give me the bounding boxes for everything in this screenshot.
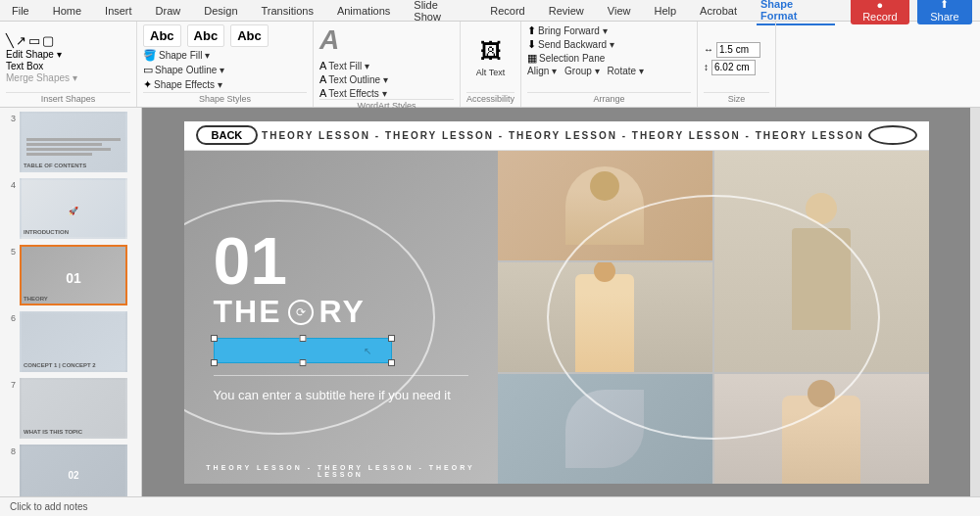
menu-record[interactable]: Record: [486, 3, 528, 19]
text-fill-btn[interactable]: Text Fill ▾: [328, 61, 369, 71]
text-fill-row: A Text Fill ▾: [319, 60, 369, 71]
shape-row-3: Text Box: [6, 61, 77, 71]
wordart-items: A A Text Fill ▾ A Text Outline ▾ A Text …: [319, 24, 454, 99]
slide-main-content: 01 THE ⟳ RY: [184, 151, 929, 484]
line-icon[interactable]: ╲: [6, 33, 14, 48]
slide-thumb-5[interactable]: 5 THEORY 01: [4, 245, 137, 305]
abc-btn-2[interactable]: Abc: [187, 24, 225, 47]
slide-thumb-6[interactable]: 6 CONCEPT 1 | CONCEPT 2: [4, 311, 137, 372]
size-inputs: ↔ 1.5 cm ↕ 6.02 cm: [704, 42, 760, 75]
body-2: [792, 228, 851, 330]
width-input[interactable]: 1.5 cm: [716, 42, 760, 58]
menu-help[interactable]: Help: [650, 3, 680, 19]
menu-view[interactable]: View: [604, 3, 635, 19]
menu-home[interactable]: Home: [49, 3, 85, 19]
height-input[interactable]: 6.02 cm: [711, 60, 756, 75]
shape-styles-group: Abc Abc Abc 🪣 Shape Fill ▾ ▭ Shape Outli…: [137, 22, 314, 107]
rect-icon[interactable]: ▭: [28, 33, 40, 48]
slide-number-3: 3: [4, 114, 16, 123]
bring-forward-icon: ⬆: [527, 24, 536, 37]
shape-styles-label: Shape Styles: [143, 92, 307, 104]
menu-animations[interactable]: Animations: [333, 3, 394, 19]
insert-shapes-group: ╲ ↗ ▭ ▢ Edit Shape ▾ Text Box Merge Shap…: [0, 22, 137, 107]
menu-file[interactable]: File: [8, 3, 33, 19]
status-text: Click to add notes: [10, 501, 88, 512]
toc-line-4: [26, 153, 92, 156]
shape-fill-btn[interactable]: Shape Fill ▾: [159, 50, 210, 61]
shape-row-2: Edit Shape ▾: [6, 49, 77, 60]
theory-mini-num: 01: [66, 270, 81, 286]
alt-text-btn[interactable]: Alt Text: [476, 68, 505, 77]
person-silhouette-2: [772, 193, 870, 330]
text-effects-icon: A: [319, 87, 326, 99]
send-backward-icon: ⬇: [527, 38, 536, 51]
toc-line-1: [26, 138, 120, 141]
slide-label-8: FEATURES OF THIS TOPIC: [24, 495, 99, 496]
slide-number-6: 6: [4, 313, 16, 323]
head-1: [590, 171, 619, 201]
slide-panel: 3 TABLE OF CONTENTS 4 INTRODUCTION: [0, 108, 142, 496]
arrange-label: Arrange: [527, 92, 691, 104]
arrow-icon[interactable]: ↗: [16, 33, 26, 48]
blue-bar[interactable]: ↖: [214, 338, 392, 363]
theory-title-row: THE ⟳ RY: [214, 294, 366, 330]
size-label: Size: [704, 92, 769, 104]
shape-effects-btn[interactable]: Shape Effects ▾: [154, 79, 222, 90]
oval-decoration: [868, 125, 917, 145]
slide-placeholder-7: WHAT IS THIS TOPIC: [22, 380, 125, 437]
bottom-ticker: THEORY LESSON - THEORY LESSON - THEORY L…: [184, 464, 498, 478]
slide-thumb-4[interactable]: 4 INTRODUCTION 🚀: [4, 178, 137, 239]
slide-number-5: 5: [4, 247, 16, 257]
wordart-styles-group: A A Text Fill ▾ A Text Outline ▾ A Text …: [314, 22, 461, 107]
blue-bar-container: ↖: [214, 338, 392, 363]
back-button[interactable]: BACK: [196, 125, 259, 145]
slide-label-7: WHAT IS THIS TOPIC: [24, 429, 82, 435]
abc-btn-3[interactable]: Abc: [230, 24, 269, 47]
accessibility-label: Accessibility: [466, 92, 514, 104]
shape-styles-items: Abc Abc Abc 🪣 Shape Fill ▾ ▭ Shape Outli…: [143, 24, 307, 92]
person-silhouette-4: [782, 396, 860, 484]
menu-draw[interactable]: Draw: [152, 3, 185, 19]
handle-tl: [211, 335, 218, 342]
person-silhouette-1: [565, 166, 644, 245]
send-backward-btn[interactable]: Send Backward ▾: [538, 39, 614, 50]
fill-icon: 🪣: [143, 49, 157, 62]
merge-shapes-btn[interactable]: Merge Shapes ▾: [6, 72, 77, 83]
align-btn[interactable]: Align ▾: [527, 66, 557, 76]
head-3: [594, 262, 615, 282]
toc-content: [26, 138, 120, 156]
menu-slideshow[interactable]: Slide Show: [410, 0, 470, 24]
slide-thumb-3[interactable]: 3 TABLE OF CONTENTS: [4, 112, 137, 172]
slide-right-panel: [498, 151, 929, 484]
menu-insert[interactable]: Insert: [101, 3, 136, 19]
selection-pane-btn[interactable]: Selection Pane: [539, 53, 605, 64]
accessibility-items: 🖼 Alt Text: [466, 24, 514, 92]
abc-btn-1[interactable]: Abc: [143, 24, 181, 47]
menu-acrobat[interactable]: Acrobat: [696, 3, 741, 19]
group-btn[interactable]: Group ▾: [564, 66, 600, 76]
slide-image-7: WHAT IS THIS TOPIC: [20, 378, 127, 439]
width-label: ↔: [704, 44, 713, 55]
handle-bl: [211, 359, 218, 366]
menu-transitions[interactable]: Transitions: [258, 3, 318, 19]
menu-review[interactable]: Review: [545, 3, 588, 19]
a-icon: A: [319, 24, 339, 56]
slide-thumb-8[interactable]: 8 FEATURES OF THIS TOPIC 02: [4, 445, 137, 496]
edit-shape-btn[interactable]: Edit Shape ▾: [6, 49, 62, 60]
shape-outline-btn[interactable]: Shape Outline ▾: [155, 65, 224, 75]
align-group-row: Align ▾ Group ▾ Rotate ▾: [527, 66, 644, 76]
rotate-btn[interactable]: Rotate ▾: [608, 66, 644, 76]
record-button[interactable]: ● Record: [851, 0, 909, 24]
vertical-scrollbar[interactable]: [970, 108, 980, 496]
text-box-btn[interactable]: Text Box: [6, 61, 43, 71]
share-button[interactable]: ⬆ Share: [917, 0, 972, 24]
slide-number-4: 4: [4, 180, 16, 190]
effects-icon: ✦: [143, 78, 152, 91]
slide-thumb-7[interactable]: 7 WHAT IS THIS TOPIC: [4, 378, 137, 439]
roundrect-icon[interactable]: ▢: [42, 33, 54, 48]
slide-canvas[interactable]: BACK THEORY LESSON - THEORY LESSON - THE…: [184, 121, 929, 484]
text-effects-btn[interactable]: Text Effects ▾: [328, 88, 386, 99]
menu-design[interactable]: Design: [200, 3, 241, 19]
bring-forward-btn[interactable]: Bring Forward ▾: [538, 25, 608, 36]
text-outline-btn[interactable]: Text Outline ▾: [328, 74, 388, 85]
